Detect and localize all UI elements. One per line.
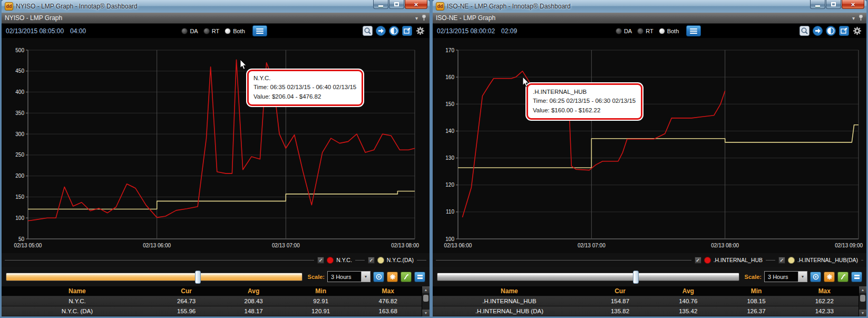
time-slider-track[interactable]	[437, 273, 739, 281]
asterisk-button[interactable]	[387, 272, 398, 282]
radio-rt[interactable]: RT	[637, 28, 653, 34]
contrast-icon[interactable]	[826, 26, 836, 36]
settings-gear-icon[interactable]	[415, 26, 425, 36]
svg-text:160: 160	[445, 74, 454, 80]
svg-text:02/13 05:00: 02/13 05:00	[14, 243, 42, 248]
scroll-thumb[interactable]	[423, 295, 428, 302]
radio-da[interactable]: DA	[181, 28, 198, 34]
radio-rt[interactable]: RT	[203, 28, 219, 34]
scale-dropdown[interactable]: 3 Hours ▾	[764, 271, 807, 282]
contrast-icon[interactable]	[389, 26, 399, 36]
radio-both[interactable]: Both	[659, 28, 679, 34]
layout-grid-button[interactable]	[414, 272, 425, 282]
chart-area[interactable]: 5010015020025030035040045050002/13 05:00…	[2, 38, 430, 253]
scroll-up-icon[interactable]: ▲	[859, 286, 866, 293]
stats-table: Name Cur Avg Min Max N.Y.C. 264.73 208.4…	[2, 286, 430, 316]
toolbar: 02/13/2015 08:00:02 02:09 DA RT Both	[433, 24, 866, 38]
time-slider-track[interactable]	[6, 273, 303, 281]
radio-da-dot	[181, 28, 188, 34]
table-row[interactable]: .H.INTERNAL_HUB (DA) 135.82 135.42 126.3…	[433, 306, 859, 316]
col-header-max[interactable]: Max	[791, 287, 859, 295]
asterisk-button[interactable]	[824, 272, 835, 282]
close-icon: ×	[851, 1, 855, 8]
series-list-button[interactable]	[686, 25, 701, 36]
scale-dropdown[interactable]: 3 Hours ▾	[327, 271, 370, 282]
chart-area[interactable]: 10011012013014015016017002/13 06:0002/13…	[433, 38, 866, 253]
pin-icon[interactable]	[859, 15, 863, 21]
maximize-button[interactable]	[389, 0, 404, 9]
series-list-button[interactable]	[252, 25, 267, 36]
radio-da[interactable]: DA	[616, 28, 632, 34]
function-curve-button[interactable]	[837, 272, 849, 282]
legend-checkbox[interactable]	[368, 257, 375, 264]
svg-text:130: 130	[445, 155, 454, 161]
app-logo-icon: dd	[436, 2, 444, 11]
layout-grid-button[interactable]	[851, 272, 862, 282]
radio-both[interactable]: Both	[225, 28, 245, 34]
table-scrollbar[interactable]: ▲ ▼	[859, 286, 866, 316]
legend-checkbox[interactable]	[695, 257, 701, 264]
table-scrollbar[interactable]: ▲ ▼	[422, 286, 430, 316]
svg-text:140: 140	[445, 128, 454, 134]
time-slider-thumb[interactable]	[195, 271, 201, 284]
cell-min: 92.91	[287, 298, 355, 304]
scroll-down-icon[interactable]: ▼	[422, 310, 430, 316]
close-button[interactable]: ×	[405, 0, 427, 9]
magnifier-icon[interactable]	[363, 26, 373, 36]
col-header-cur[interactable]: Cur	[153, 287, 220, 295]
legend-item-nyc-da[interactable]: N.Y.C.(DA)	[365, 257, 417, 264]
minimize-button[interactable]	[373, 0, 388, 9]
window-title: NYISO - LMP Graph - Innotap® Dashboard	[16, 3, 138, 10]
time-slider-thumb[interactable]	[633, 271, 639, 284]
maximize-button[interactable]	[826, 0, 841, 9]
col-header-name[interactable]: Name	[2, 287, 153, 295]
chevron-down-icon[interactable]: ▾	[852, 15, 855, 21]
forward-arrow-icon[interactable]	[813, 26, 823, 36]
magnifier-icon[interactable]	[799, 26, 810, 36]
legend-item-hub[interactable]: .H.INTERNAL_HUB	[691, 257, 766, 264]
svg-text:120: 120	[445, 182, 454, 188]
scale-label: Scale:	[308, 274, 325, 280]
svg-text:100: 100	[445, 236, 454, 242]
legend-checkbox[interactable]	[317, 257, 324, 264]
col-header-avg[interactable]: Avg	[220, 287, 287, 295]
table-row[interactable]: N.Y.C. 264.73 208.43 92.91 476.82	[2, 296, 422, 306]
cell-name: .H.INTERNAL_HUB (DA)	[433, 308, 586, 314]
series-color-dot	[377, 257, 384, 264]
legend-label: N.Y.C.(DA)	[387, 257, 414, 263]
titlebar[interactable]: dd NYISO - LMP Graph - Innotap® Dashboar…	[2, 0, 430, 13]
datetime-label: 02/13/2015 08:00:02	[437, 27, 495, 35]
scroll-down-icon[interactable]: ▼	[859, 310, 866, 316]
close-icon: ×	[414, 1, 418, 8]
chevron-down-icon[interactable]: ▾	[415, 15, 418, 21]
scale-value: 3 Hours	[765, 274, 798, 280]
cell-min: 126.37	[722, 308, 790, 314]
scroll-thumb[interactable]	[860, 295, 865, 302]
scroll-up-icon[interactable]: ▲	[422, 286, 430, 293]
table-row[interactable]: N.Y.C. (DA) 155.96 148.17 120.91 163.68	[2, 306, 422, 316]
close-button[interactable]: ×	[842, 0, 864, 9]
maximize-icon	[394, 2, 399, 6]
cell-name: N.Y.C. (DA)	[2, 308, 153, 314]
legend-item-hub-da[interactable]: .H.INTERNAL_HUB(DA)	[775, 257, 861, 264]
table-row[interactable]: .H.INTERNAL_HUB 154.87 140.76 108.15 162…	[433, 296, 859, 306]
titlebar[interactable]: dd ISO-NE - LMP Graph - Innotap® Dashboa…	[433, 0, 866, 13]
col-header-min[interactable]: Min	[722, 287, 790, 295]
minimize-button[interactable]	[810, 0, 825, 9]
settings-gear-icon[interactable]	[852, 26, 862, 36]
legend-checkbox[interactable]	[778, 257, 785, 264]
export-window-icon[interactable]	[402, 26, 412, 36]
cell-avg: 208.43	[220, 298, 287, 304]
col-header-min[interactable]: Min	[287, 287, 355, 295]
view-reset-button[interactable]	[373, 272, 384, 282]
col-header-cur[interactable]: Cur	[586, 287, 654, 295]
col-header-avg[interactable]: Avg	[654, 287, 722, 295]
pin-icon[interactable]	[422, 15, 426, 21]
forward-arrow-icon[interactable]	[376, 26, 386, 36]
col-header-name[interactable]: Name	[433, 287, 586, 295]
view-reset-button[interactable]	[810, 272, 821, 282]
col-header-max[interactable]: Max	[354, 287, 422, 295]
function-curve-button[interactable]	[401, 272, 412, 282]
legend-item-nyc[interactable]: N.Y.C.	[314, 257, 355, 264]
export-window-icon[interactable]	[839, 26, 849, 36]
